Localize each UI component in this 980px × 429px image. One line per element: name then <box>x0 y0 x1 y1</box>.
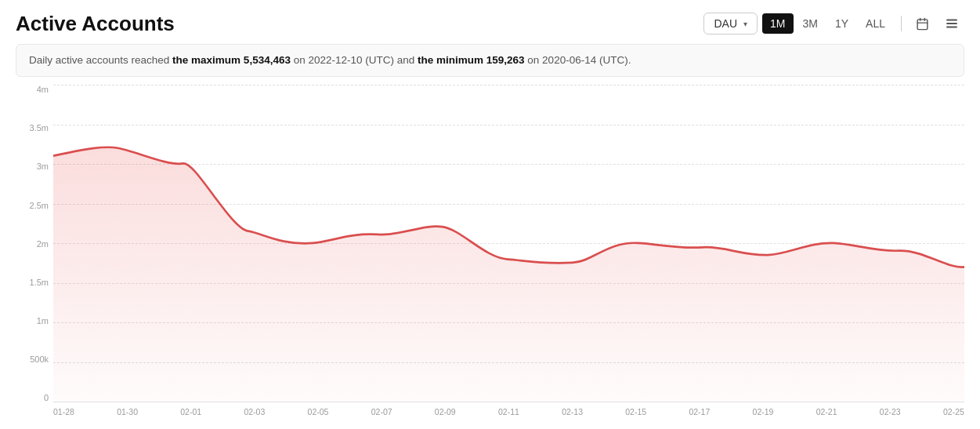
y-label-2m: 2m <box>37 239 49 249</box>
svg-rect-0 <box>917 19 928 29</box>
summary-max: the maximum 5,534,463 <box>172 54 291 66</box>
y-label-3m: 3m <box>37 162 49 171</box>
x-label-0225: 02-25 <box>943 407 964 416</box>
time-range-buttons: 1M 3M 1Y ALL <box>762 13 893 34</box>
y-label-0: 0 <box>44 393 49 402</box>
y-label-2-5m: 2.5m <box>30 201 49 210</box>
x-label-0205: 02-05 <box>308 407 329 416</box>
x-label-0130: 01-30 <box>117 407 138 416</box>
x-label-0209: 02-09 <box>435 407 456 416</box>
hamburger-menu-icon <box>945 16 959 31</box>
summary-max-date: on 2022-12-10 (UTC) and <box>291 54 418 66</box>
page-header: Active Accounts DAU ▾ 1M 3M 1Y ALL <box>16 11 964 36</box>
y-label-3-5m: 3.5m <box>30 123 49 133</box>
y-label-4m: 4m <box>37 85 49 94</box>
summary-box: Daily active accounts reached the maximu… <box>16 44 964 77</box>
y-label-500k: 500k <box>30 354 49 364</box>
x-label-0128: 01-28 <box>53 407 74 416</box>
y-label-1m: 1m <box>37 316 49 325</box>
summary-min-date: on 2020-06-14 (UTC). <box>525 54 631 66</box>
controls-area: DAU ▾ 1M 3M 1Y ALL <box>703 11 964 36</box>
menu-icon-button[interactable] <box>939 11 964 36</box>
calendar-icon <box>916 17 929 31</box>
y-label-1-5m: 1.5m <box>30 278 49 287</box>
area-fill <box>53 147 964 402</box>
x-label-0221: 02-21 <box>816 407 837 416</box>
time-btn-1m[interactable]: 1M <box>762 13 793 34</box>
chart-inner <box>53 85 964 402</box>
time-btn-all[interactable]: ALL <box>858 13 893 34</box>
y-axis: 4m 3.5m 3m 2.5m 2m 1.5m 1m 500k 0 <box>16 85 53 402</box>
chart-area: 4m 3.5m 3m 2.5m 2m 1.5m 1m 500k 0 <box>16 85 964 421</box>
x-axis: 01-28 01-30 02-01 02-03 02-05 02-07 02-0… <box>53 402 964 421</box>
x-label-0223: 02-23 <box>880 407 901 416</box>
dropdown-value: DAU <box>714 17 737 30</box>
x-label-0207: 02-07 <box>371 407 392 416</box>
summary-prefix: Daily active accounts reached <box>29 54 172 66</box>
x-label-0215: 02-15 <box>625 407 646 416</box>
calendar-icon-button[interactable] <box>909 11 935 36</box>
chevron-down-icon: ▾ <box>743 20 747 28</box>
summary-min: the minimum 159,263 <box>418 54 525 66</box>
x-label-0211: 02-11 <box>498 407 519 416</box>
x-label-0219: 02-19 <box>753 407 774 416</box>
x-label-0203: 02-03 <box>244 407 265 416</box>
metric-dropdown[interactable]: DAU ▾ <box>703 13 758 35</box>
vertical-divider <box>901 16 902 31</box>
x-label-0213: 02-13 <box>562 407 583 416</box>
x-label-0201: 02-01 <box>180 407 201 416</box>
time-btn-3m[interactable]: 3M <box>795 13 826 34</box>
time-btn-1y[interactable]: 1Y <box>827 13 856 34</box>
line-chart-svg <box>53 85 964 402</box>
x-label-0217: 02-17 <box>689 407 710 416</box>
page-title: Active Accounts <box>16 12 175 36</box>
